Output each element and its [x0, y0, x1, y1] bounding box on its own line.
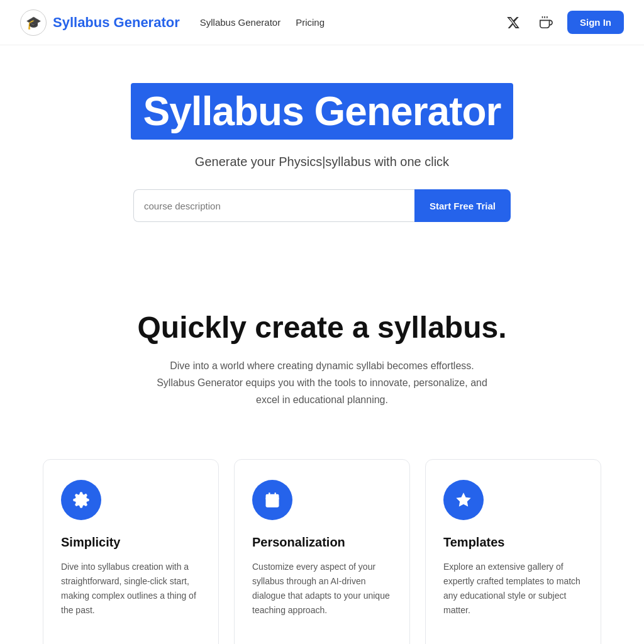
- simplicity-title: Simplicity: [61, 535, 201, 550]
- calendar-icon: [264, 491, 281, 509]
- templates-title: Templates: [443, 535, 583, 550]
- nav-links: Syllabus Generator Pricing: [200, 17, 502, 28]
- sign-in-button[interactable]: Sign In: [567, 11, 624, 34]
- navbar: 🎓 Syllabus Generator Syllabus Generator …: [0, 0, 644, 45]
- personalization-title: Personalization: [252, 535, 392, 550]
- star-icon: [455, 491, 472, 509]
- simplicity-desc: Dive into syllabus creation with a strai…: [61, 560, 201, 618]
- logo-icon: 🎓: [20, 9, 47, 36]
- hero-input-row: Start Free Trial: [133, 189, 511, 222]
- gear-icon: [72, 491, 90, 509]
- logo-area: 🎓 Syllabus Generator: [20, 9, 180, 36]
- quickly-section: Quickly create a syllabus. Dive into a w…: [0, 272, 644, 439]
- templates-desc: Explore an extensive gallery of expertly…: [443, 560, 583, 618]
- nav-link-pricing[interactable]: Pricing: [296, 17, 325, 28]
- course-description-input[interactable]: [133, 189, 414, 222]
- personalization-desc: Customize every aspect of your syllabus …: [252, 560, 392, 618]
- card-simplicity: Simplicity Dive into syllabus creation w…: [43, 459, 219, 644]
- hero-title-wrapper: Syllabus Generator: [131, 83, 514, 140]
- hero-section: Syllabus Generator Generate your Physics…: [0, 45, 644, 272]
- start-free-trial-button[interactable]: Start Free Trial: [414, 189, 511, 222]
- simplicity-icon-circle: [61, 480, 101, 520]
- personalization-icon-circle: [252, 480, 292, 520]
- nav-link-syllabus[interactable]: Syllabus Generator: [200, 17, 280, 28]
- coffee-icon[interactable]: [535, 11, 557, 34]
- logo-text: Syllabus Generator: [53, 14, 180, 31]
- card-personalization: Personalization Customize every aspect o…: [234, 459, 410, 644]
- quickly-title: Quickly create a syllabus.: [138, 310, 507, 345]
- svg-rect-3: [266, 494, 279, 507]
- templates-icon-circle: [443, 480, 484, 520]
- quickly-description: Dive into a world where creating dynamic…: [152, 357, 492, 409]
- hero-title: Syllabus Generator: [143, 88, 501, 135]
- svg-marker-7: [456, 492, 470, 506]
- twitter-x-icon[interactable]: [502, 11, 525, 34]
- feature-cards-row: Simplicity Dive into syllabus creation w…: [0, 439, 644, 644]
- nav-right: Sign In: [502, 11, 624, 34]
- hero-subtitle: Generate your Physics|syllabus with one …: [195, 155, 449, 169]
- card-templates: Templates Explore an extensive gallery o…: [425, 459, 601, 644]
